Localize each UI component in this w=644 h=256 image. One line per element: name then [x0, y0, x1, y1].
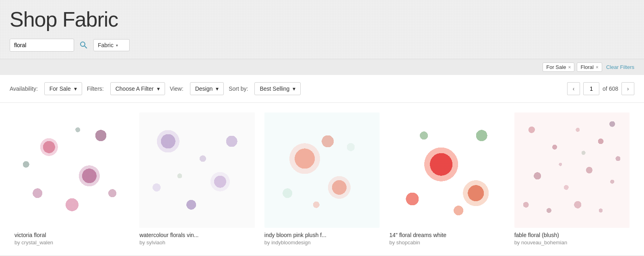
- search-button[interactable]: [77, 39, 90, 52]
- product-card[interactable]: watercolour florals vin...by sylviaoh: [134, 112, 259, 246]
- search-icon: [79, 40, 89, 50]
- header-section: Shop Fabric Fabric ▾: [0, 0, 644, 59]
- product-name: victoria floral: [14, 232, 130, 238]
- filter-tag-label: Floral: [580, 64, 594, 70]
- fabric-dropdown-label: Fabric: [98, 42, 114, 48]
- remove-for-sale-filter[interactable]: ×: [568, 65, 571, 70]
- sort-value: Best Selling: [260, 85, 289, 92]
- clear-filters-button[interactable]: Clear Filters: [606, 64, 634, 70]
- page-title: Shop Fabric: [10, 7, 634, 31]
- fabric-dropdown-chevron: ▾: [116, 43, 118, 48]
- active-filters-row: For Sale × Floral × Clear Filters: [0, 59, 644, 75]
- page-of-label: of 608: [603, 85, 618, 92]
- product-card[interactable]: victoria floralby crystal_walen: [10, 112, 134, 246]
- product-card[interactable]: fable floral (blush)by nouveau_bohemian: [510, 112, 634, 246]
- filters-label: Filters:: [87, 85, 104, 92]
- search-input[interactable]: [10, 39, 74, 52]
- view-chevron: ▾: [216, 85, 219, 92]
- view-value: Design: [195, 85, 213, 92]
- controls-bar: Availability: For Sale ▾ Filters: Choose…: [0, 75, 644, 103]
- availability-value: For Sale: [50, 85, 71, 92]
- filters-chevron: ▾: [157, 85, 160, 92]
- page-number-input[interactable]: [583, 82, 599, 95]
- product-image: [514, 112, 630, 228]
- pagination: ‹ of 608 ›: [567, 82, 634, 95]
- product-author: by sylviaoh: [139, 239, 254, 246]
- sort-chevron: ▾: [293, 85, 295, 92]
- product-name: fable floral (blush): [514, 232, 630, 238]
- product-card[interactable]: indy bloom pink plush f...by indybloomde…: [260, 112, 384, 246]
- filter-tag-floral: Floral ×: [577, 62, 602, 72]
- sort-dropdown[interactable]: Best Selling ▾: [254, 82, 301, 95]
- fabric-type-dropdown[interactable]: Fabric ▾: [93, 39, 130, 51]
- product-author: by nouveau_bohemian: [514, 239, 630, 246]
- product-author: by shopcabin: [389, 239, 504, 246]
- product-image: [264, 112, 380, 228]
- product-grid: victoria floralby crystal_walenwatercolo…: [0, 103, 644, 255]
- product-image: [14, 112, 130, 228]
- product-image: [389, 112, 504, 228]
- availability-dropdown[interactable]: For Sale ▾: [44, 82, 82, 95]
- availability-label: Availability:: [10, 85, 38, 92]
- next-page-button[interactable]: ›: [621, 82, 634, 95]
- search-row: Fabric ▾: [10, 39, 634, 52]
- sort-label: Sort by:: [229, 85, 248, 92]
- product-name: watercolour florals vin...: [139, 232, 254, 238]
- availability-chevron: ▾: [74, 85, 77, 92]
- product-card[interactable]: 14" floral dreams whiteby shopcabin: [384, 112, 509, 246]
- product-author: by crystal_walen: [14, 239, 130, 246]
- filters-value: Choose A Filter: [116, 85, 154, 92]
- view-dropdown[interactable]: Design ▾: [190, 82, 224, 95]
- filters-dropdown[interactable]: Choose A Filter ▾: [110, 82, 165, 95]
- product-image: [139, 112, 254, 228]
- view-label: View:: [170, 85, 184, 92]
- remove-floral-filter[interactable]: ×: [596, 65, 599, 70]
- product-name: indy bloom pink plush f...: [264, 232, 380, 238]
- product-name: 14" floral dreams white: [389, 232, 504, 238]
- filter-tag-label: For Sale: [546, 64, 566, 70]
- product-author: by indybloomdesign: [264, 239, 380, 246]
- prev-page-button[interactable]: ‹: [567, 82, 580, 95]
- filter-tag-for-sale: For Sale ×: [543, 62, 574, 72]
